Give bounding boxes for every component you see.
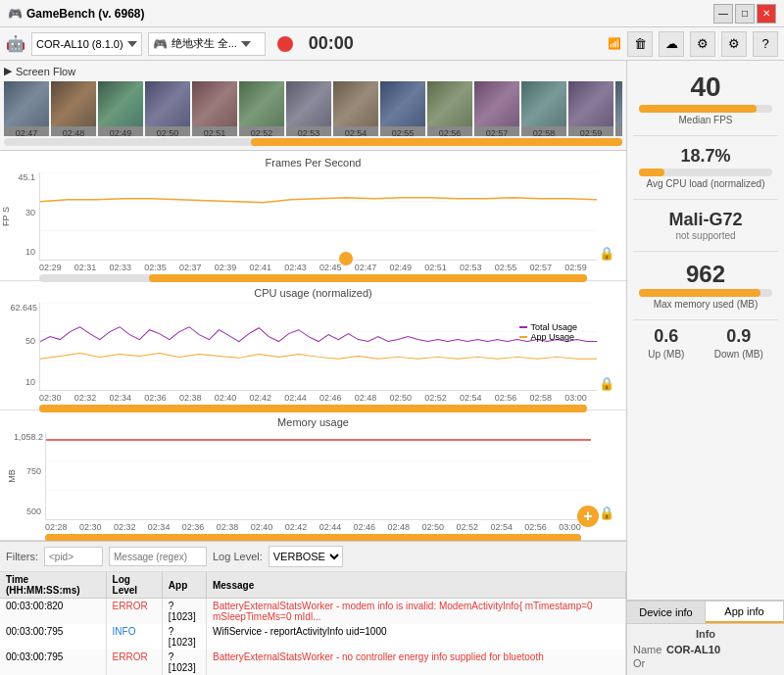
cloud-button[interactable]: ☁ (659, 31, 684, 57)
title-bar: 🎮 GameBench (v. 6968) — □ ✕ (0, 0, 784, 27)
list-item[interactable]: 03:00 (615, 81, 622, 136)
memory-chart: Memory usage 1,058.2 750 500 MB (0, 410, 626, 541)
main-layout: ▶ Screen Flow 02:47 02:48 02:49 02:50 02… (0, 61, 784, 675)
col-time: Time (HH:MM:SS:ms) (0, 572, 106, 599)
median-fps-value: 40 (633, 72, 778, 103)
log-message: BatteryExternalStatsWorker - modem info … (206, 599, 625, 625)
trash-button[interactable]: 🗑 (627, 31, 653, 57)
cpu-y-min: 10 (25, 377, 35, 387)
log-time: 00:03:00:795 (0, 650, 106, 675)
app-selector[interactable]: 🎮 绝地求生 全... (148, 32, 266, 56)
log-table: Time (HH:MM:SS:ms) Log Level App Message… (0, 572, 626, 675)
log-level-label: Log Level: (213, 551, 263, 562)
avg-cpu-block: 18.7% Avg CPU load (normalized) (633, 142, 778, 193)
avg-cpu-value: 18.7% (633, 146, 778, 167)
col-message: Message (206, 572, 625, 599)
table-row: 00:03:00:820 ERROR ?[1023] BatteryExtern… (0, 599, 626, 625)
log-app: ?[1023] (162, 624, 206, 650)
legend-total: Total Usage (530, 322, 577, 332)
device-label: COR-AL10 (8.1.0) (36, 38, 123, 50)
avg-cpu-label: Avg CPU load (normalized) (633, 178, 778, 189)
list-item[interactable]: 02:56 (427, 81, 472, 136)
log-level-select[interactable]: VERBOSE DEBUG INFO WARN ERROR (269, 546, 343, 567)
list-item[interactable]: 02:55 (380, 81, 425, 136)
screenflow-scroll-thumb (251, 138, 622, 146)
median-fps-label: Median FPS (633, 115, 778, 125)
list-item[interactable]: 02:54 (333, 81, 378, 136)
list-item[interactable]: 02:49 (98, 81, 143, 136)
maximize-button[interactable]: □ (735, 4, 755, 24)
screen-flow-section: ▶ Screen Flow 02:47 02:48 02:49 02:50 02… (0, 61, 626, 151)
info-tab-content: Info Name COR-AL10 Or (627, 624, 784, 675)
left-panel: ▶ Screen Flow 02:47 02:48 02:49 02:50 02… (0, 61, 627, 675)
list-item[interactable]: 02:47 (4, 81, 49, 136)
divider-4 (633, 319, 778, 320)
right-panel: 40 Median FPS 18.7% Avg CPU load (normal… (627, 61, 784, 675)
cpu-lock-icon[interactable]: 🔒 (599, 376, 614, 391)
log-level: ERROR (106, 650, 162, 675)
log-app: ?[1023] (162, 599, 206, 625)
list-item[interactable]: 02:53 (286, 81, 331, 136)
gpu-value: Mali-G72 (633, 210, 778, 230)
cpu-x-labels: 02:3002:3202:3402:3602:38 02:4002:4202:4… (10, 393, 616, 403)
col-level: Log Level (106, 572, 162, 599)
log-level: ERROR (106, 599, 162, 625)
table-row: 00:03:00:795 ERROR ?[1023] BatteryExtern… (0, 650, 626, 675)
screenflow-scrollbar[interactable] (4, 138, 622, 146)
device-selector[interactable]: COR-AL10 (8.1.0) (31, 32, 142, 56)
fps-lock-icon[interactable]: 🔒 (599, 246, 614, 261)
config-button[interactable]: ⚙ (721, 31, 747, 57)
fps-y-min: 10 (25, 247, 35, 257)
tab-device-info[interactable]: Device info (627, 602, 706, 623)
chevron-down-icon (127, 41, 137, 47)
charts-area: Frames Per Second 45.1 30 10 FP S (0, 151, 626, 541)
memory-chart-svg (46, 432, 591, 519)
log-section: Filters: Log Level: VERBOSE DEBUG INFO W… (0, 541, 626, 675)
window-controls: — □ ✕ (713, 4, 776, 24)
pid-filter-input[interactable] (44, 547, 103, 566)
app-label: 绝地求生 全... (172, 36, 237, 51)
log-time: 00:03:00:820 (0, 599, 106, 625)
log-level: INFO (106, 624, 162, 650)
info-key-or: Or (633, 657, 662, 669)
record-button[interactable] (271, 30, 299, 58)
wifi-icon: 📶 (608, 37, 621, 50)
chevron-down-app-icon (241, 41, 251, 47)
mem-y-min: 500 (26, 506, 41, 516)
tab-app-info[interactable]: App info (706, 602, 784, 623)
cpu-y-mid: 50 (25, 336, 35, 346)
title-bar-text: GameBench (v. 6968) (26, 7, 145, 21)
info-val-name: COR-AL10 (666, 644, 720, 655)
message-filter-input[interactable] (109, 547, 207, 566)
fps-slider-handle[interactable] (339, 252, 353, 265)
timer-display: 00:00 (309, 33, 354, 54)
fps-chart-svg (40, 172, 597, 260)
settings-button[interactable]: ⚙ (690, 31, 715, 57)
mem-lock-icon[interactable]: 🔒 (599, 506, 614, 520)
fps-chart: Frames Per Second 45.1 30 10 FP S (0, 151, 626, 281)
thumbnail-list: 02:47 02:48 02:49 02:50 02:51 02:52 02:5… (4, 81, 622, 136)
network-up-value: 0.6 (648, 326, 684, 347)
network-down-value: 0.9 (714, 326, 763, 347)
close-button[interactable]: ✕ (757, 4, 776, 24)
list-item[interactable]: 02:48 (51, 81, 96, 136)
minimize-button[interactable]: — (713, 4, 733, 24)
app-icon-small: 🎮 (153, 37, 168, 51)
list-item[interactable]: 02:59 (568, 81, 613, 136)
list-item[interactable]: 02:51 (192, 81, 237, 136)
mem-y-mid: 750 (26, 466, 41, 476)
record-circle (277, 36, 293, 52)
log-message: BatteryExternalStatsWorker - no controll… (206, 650, 625, 675)
cpu-chart: CPU usage (normalized) 62.645 50 10 Usag… (0, 281, 626, 411)
list-item[interactable]: 02:58 (521, 81, 566, 136)
help-button[interactable]: ? (753, 31, 778, 57)
divider-3 (633, 251, 778, 252)
mem-x-labels: 02:2802:3002:3202:3402:36 02:3802:4002:4… (10, 522, 616, 532)
list-item[interactable]: 02:57 (474, 81, 519, 136)
info-row-name: Name COR-AL10 (633, 644, 778, 655)
list-item[interactable]: 02:52 (239, 81, 284, 136)
list-item[interactable]: 02:50 (145, 81, 190, 136)
divider-2 (633, 199, 778, 200)
mem-scrollbar[interactable] (45, 534, 581, 541)
info-tabs-section: Device info App info Info Name COR-AL10 … (627, 601, 784, 675)
